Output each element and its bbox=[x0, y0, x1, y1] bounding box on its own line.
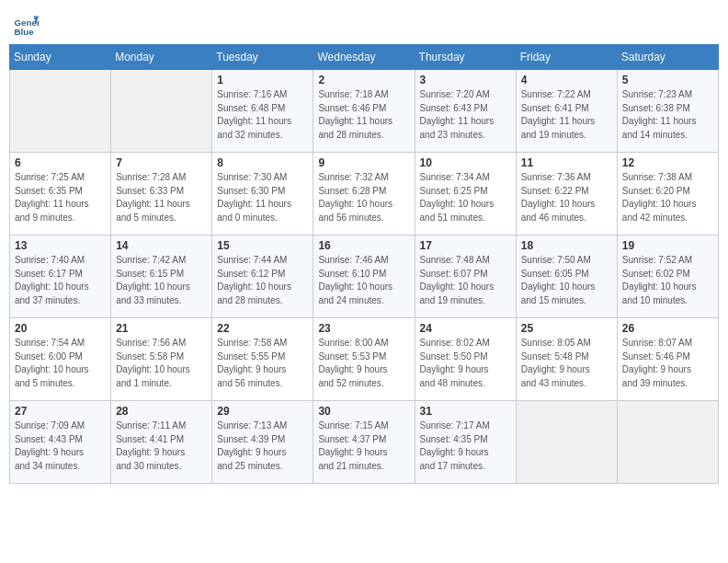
day-number: 30 bbox=[318, 405, 409, 418]
calendar-cell bbox=[111, 70, 212, 153]
day-number: 12 bbox=[622, 156, 713, 169]
weekday-header-tuesday: Tuesday bbox=[212, 45, 313, 70]
week-row-1: 1Sunrise: 7:16 AMSunset: 6:48 PMDaylight… bbox=[10, 70, 719, 153]
calendar-cell: 31Sunrise: 7:17 AMSunset: 4:35 PMDayligh… bbox=[415, 401, 516, 484]
calendar-cell: 2Sunrise: 7:18 AMSunset: 6:46 PMDaylight… bbox=[313, 70, 415, 153]
calendar-cell: 27Sunrise: 7:09 AMSunset: 4:43 PMDayligh… bbox=[10, 401, 111, 484]
svg-text:Blue: Blue bbox=[14, 27, 34, 37]
week-row-4: 20Sunrise: 7:54 AMSunset: 6:00 PMDayligh… bbox=[10, 318, 719, 401]
calendar-cell: 16Sunrise: 7:46 AMSunset: 6:10 PMDayligh… bbox=[313, 236, 415, 318]
day-number: 5 bbox=[622, 74, 713, 86]
week-row-2: 6Sunrise: 7:25 AMSunset: 6:35 PMDaylight… bbox=[10, 153, 719, 236]
calendar-cell: 24Sunrise: 8:02 AMSunset: 5:50 PMDayligh… bbox=[415, 318, 516, 401]
day-info: Sunrise: 7:15 AMSunset: 4:37 PMDaylight:… bbox=[318, 419, 409, 473]
day-number: 24 bbox=[420, 322, 511, 335]
day-info: Sunrise: 7:20 AMSunset: 6:43 PMDaylight:… bbox=[420, 88, 511, 142]
day-number: 20 bbox=[15, 322, 106, 335]
day-info: Sunrise: 8:05 AMSunset: 5:48 PMDaylight:… bbox=[521, 337, 612, 390]
weekday-header-wednesday: Wednesday bbox=[313, 45, 415, 70]
page-header: General Blue bbox=[9, 9, 719, 39]
day-info: Sunrise: 7:11 AMSunset: 4:41 PMDaylight:… bbox=[116, 419, 207, 473]
day-number: 31 bbox=[420, 405, 511, 418]
day-info: Sunrise: 7:28 AMSunset: 6:33 PMDaylight:… bbox=[116, 171, 207, 224]
day-info: Sunrise: 7:36 AMSunset: 6:22 PMDaylight:… bbox=[521, 171, 612, 224]
day-number: 13 bbox=[15, 239, 106, 252]
calendar-cell: 29Sunrise: 7:13 AMSunset: 4:39 PMDayligh… bbox=[212, 401, 313, 484]
calendar-table: SundayMondayTuesdayWednesdayThursdayFrid… bbox=[9, 44, 719, 484]
calendar-cell: 28Sunrise: 7:11 AMSunset: 4:41 PMDayligh… bbox=[111, 401, 212, 484]
calendar-cell: 14Sunrise: 7:42 AMSunset: 6:15 PMDayligh… bbox=[111, 236, 212, 318]
day-number: 14 bbox=[116, 239, 207, 252]
calendar-cell: 23Sunrise: 8:00 AMSunset: 5:53 PMDayligh… bbox=[313, 318, 415, 401]
week-row-3: 13Sunrise: 7:40 AMSunset: 6:17 PMDayligh… bbox=[10, 236, 719, 318]
day-number: 7 bbox=[116, 156, 207, 169]
day-info: Sunrise: 7:34 AMSunset: 6:25 PMDaylight:… bbox=[420, 171, 511, 224]
calendar-cell: 6Sunrise: 7:25 AMSunset: 6:35 PMDaylight… bbox=[10, 153, 111, 236]
day-number: 6 bbox=[15, 156, 106, 169]
day-info: Sunrise: 7:38 AMSunset: 6:20 PMDaylight:… bbox=[622, 171, 713, 224]
day-number: 19 bbox=[622, 239, 713, 252]
day-number: 22 bbox=[217, 322, 308, 335]
day-info: Sunrise: 8:02 AMSunset: 5:50 PMDaylight:… bbox=[420, 337, 511, 390]
calendar-cell bbox=[10, 70, 111, 153]
calendar-cell: 18Sunrise: 7:50 AMSunset: 6:05 PMDayligh… bbox=[516, 236, 617, 318]
day-info: Sunrise: 7:25 AMSunset: 6:35 PMDaylight:… bbox=[15, 171, 106, 224]
calendar-cell: 7Sunrise: 7:28 AMSunset: 6:33 PMDaylight… bbox=[111, 153, 212, 236]
day-number: 11 bbox=[521, 156, 612, 169]
day-info: Sunrise: 7:09 AMSunset: 4:43 PMDaylight:… bbox=[15, 419, 106, 473]
day-info: Sunrise: 7:22 AMSunset: 6:41 PMDaylight:… bbox=[521, 88, 612, 142]
day-info: Sunrise: 7:56 AMSunset: 5:58 PMDaylight:… bbox=[116, 337, 207, 390]
calendar-cell: 15Sunrise: 7:44 AMSunset: 6:12 PMDayligh… bbox=[212, 236, 313, 318]
calendar-cell bbox=[617, 401, 718, 484]
calendar-cell: 21Sunrise: 7:56 AMSunset: 5:58 PMDayligh… bbox=[111, 318, 212, 401]
day-info: Sunrise: 7:30 AMSunset: 6:30 PMDaylight:… bbox=[217, 171, 308, 224]
day-number: 23 bbox=[318, 322, 409, 335]
day-info: Sunrise: 7:16 AMSunset: 6:48 PMDaylight:… bbox=[217, 88, 308, 142]
day-info: Sunrise: 7:54 AMSunset: 6:00 PMDaylight:… bbox=[15, 337, 106, 390]
calendar-cell bbox=[516, 401, 617, 484]
day-number: 15 bbox=[217, 239, 308, 252]
calendar-cell: 4Sunrise: 7:22 AMSunset: 6:41 PMDaylight… bbox=[516, 70, 617, 153]
weekday-header-row: SundayMondayTuesdayWednesdayThursdayFrid… bbox=[10, 45, 719, 70]
calendar-cell: 25Sunrise: 8:05 AMSunset: 5:48 PMDayligh… bbox=[516, 318, 617, 401]
day-info: Sunrise: 8:00 AMSunset: 5:53 PMDaylight:… bbox=[318, 337, 409, 390]
calendar-cell: 1Sunrise: 7:16 AMSunset: 6:48 PMDaylight… bbox=[212, 70, 313, 153]
day-info: Sunrise: 8:07 AMSunset: 5:46 PMDaylight:… bbox=[622, 337, 713, 390]
day-number: 27 bbox=[15, 405, 106, 418]
logo: General Blue bbox=[13, 13, 40, 39]
calendar-cell: 10Sunrise: 7:34 AMSunset: 6:25 PMDayligh… bbox=[415, 153, 516, 236]
day-number: 29 bbox=[217, 405, 308, 418]
day-info: Sunrise: 7:58 AMSunset: 5:55 PMDaylight:… bbox=[217, 337, 308, 390]
day-number: 16 bbox=[318, 239, 409, 252]
calendar-cell: 8Sunrise: 7:30 AMSunset: 6:30 PMDaylight… bbox=[212, 153, 313, 236]
day-info: Sunrise: 7:23 AMSunset: 6:38 PMDaylight:… bbox=[622, 88, 713, 142]
day-info: Sunrise: 7:17 AMSunset: 4:35 PMDaylight:… bbox=[420, 419, 511, 473]
week-row-5: 27Sunrise: 7:09 AMSunset: 4:43 PMDayligh… bbox=[10, 401, 719, 484]
day-info: Sunrise: 7:18 AMSunset: 6:46 PMDaylight:… bbox=[318, 88, 409, 142]
calendar-cell: 5Sunrise: 7:23 AMSunset: 6:38 PMDaylight… bbox=[617, 70, 718, 153]
day-number: 10 bbox=[420, 156, 511, 169]
calendar-cell: 12Sunrise: 7:38 AMSunset: 6:20 PMDayligh… bbox=[617, 153, 718, 236]
day-info: Sunrise: 7:40 AMSunset: 6:17 PMDaylight:… bbox=[15, 254, 106, 307]
weekday-header-thursday: Thursday bbox=[415, 45, 516, 70]
day-number: 9 bbox=[318, 156, 409, 169]
calendar-cell: 20Sunrise: 7:54 AMSunset: 6:00 PMDayligh… bbox=[10, 318, 111, 401]
day-info: Sunrise: 7:50 AMSunset: 6:05 PMDaylight:… bbox=[521, 254, 612, 307]
day-number: 25 bbox=[521, 322, 612, 335]
day-number: 2 bbox=[318, 74, 409, 86]
day-number: 3 bbox=[420, 74, 511, 86]
calendar-cell: 30Sunrise: 7:15 AMSunset: 4:37 PMDayligh… bbox=[313, 401, 415, 484]
day-info: Sunrise: 7:46 AMSunset: 6:10 PMDaylight:… bbox=[318, 254, 409, 307]
calendar-cell: 22Sunrise: 7:58 AMSunset: 5:55 PMDayligh… bbox=[212, 318, 313, 401]
calendar-cell: 26Sunrise: 8:07 AMSunset: 5:46 PMDayligh… bbox=[617, 318, 718, 401]
weekday-header-friday: Friday bbox=[516, 45, 617, 70]
day-number: 28 bbox=[116, 405, 207, 418]
weekday-header-sunday: Sunday bbox=[10, 45, 111, 70]
calendar-cell: 13Sunrise: 7:40 AMSunset: 6:17 PMDayligh… bbox=[10, 236, 111, 318]
calendar-cell: 17Sunrise: 7:48 AMSunset: 6:07 PMDayligh… bbox=[415, 236, 516, 318]
day-number: 26 bbox=[622, 322, 713, 335]
day-info: Sunrise: 7:13 AMSunset: 4:39 PMDaylight:… bbox=[217, 419, 308, 473]
weekday-header-monday: Monday bbox=[111, 45, 212, 70]
weekday-header-saturday: Saturday bbox=[617, 45, 718, 70]
day-number: 8 bbox=[217, 156, 308, 169]
